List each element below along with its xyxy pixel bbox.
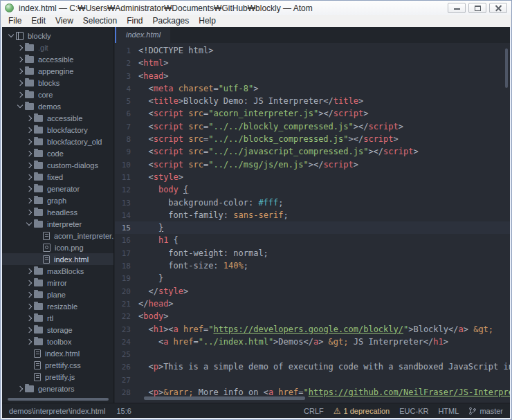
chevron-right-icon[interactable] (26, 150, 33, 157)
status-line-ending[interactable]: CRLF (304, 407, 324, 415)
code-line-6[interactable]: 6 <script src="acorn_interpreter.js"></s… (115, 107, 510, 120)
chevron-right-icon[interactable] (26, 115, 33, 122)
chevron-right-icon[interactable] (17, 80, 24, 86)
status-cursor-position[interactable]: 15:6 (116, 407, 131, 415)
menu-edit[interactable]: Edit (26, 15, 51, 27)
code-line-24[interactable]: 24 <a href="../index.html">Demos</a> &gt… (115, 336, 510, 348)
code-line-7[interactable]: 7 <script src="../../blockly_compressed.… (115, 120, 510, 133)
code-line-23[interactable]: 23 <h1><a href="https://developers.googl… (115, 323, 510, 336)
chevron-right-icon[interactable] (26, 162, 33, 169)
code-line-20[interactable]: 20 </style> (115, 285, 510, 298)
tree-item-prettify.css[interactable]: prettify.css (2, 359, 113, 371)
close-button[interactable] (489, 3, 507, 13)
status-file-path[interactable]: demos\interpreter\index.html (9, 407, 105, 415)
tree-horizontal-scrollbar[interactable] (8, 398, 109, 401)
menu-help[interactable]: Help (194, 15, 221, 27)
tree-item-generators[interactable]: generators (2, 383, 113, 394)
chevron-right-icon[interactable] (26, 127, 33, 134)
code-line-25[interactable]: 25 (115, 348, 510, 360)
deprecation-indicator[interactable]: ⚠ 1 deprecation (333, 406, 390, 416)
tree-item-resizable[interactable]: resizable (2, 300, 113, 312)
tree-item-custom-dialogs[interactable]: custom-dialogs (2, 159, 113, 171)
tree-item-headless[interactable]: headless (2, 206, 113, 218)
chevron-right-icon[interactable] (17, 385, 24, 392)
tree-item-fixed[interactable]: fixed (2, 171, 113, 183)
code-line-1[interactable]: 1<!DOCTYPE html> (115, 44, 510, 57)
code-line-11[interactable]: 11 <style> (115, 171, 510, 183)
tree-item-accessible[interactable]: accessible (2, 112, 113, 124)
tree-item-storage[interactable]: storage (2, 324, 113, 336)
chevron-right-icon[interactable] (26, 280, 33, 286)
chevron-right-icon[interactable] (17, 91, 24, 98)
code-line-15[interactable]: 15 } (115, 221, 510, 234)
status-encoding[interactable]: EUC-KR (399, 407, 428, 415)
code-line-9[interactable]: 9 <script src="../../javascript_compress… (115, 145, 510, 158)
menu-selection[interactable]: Selection (78, 15, 122, 27)
tree-item-index.html[interactable]: index.html (2, 347, 113, 359)
tree-item-acorn_interpreter.js[interactable]: acorn_interpreter.js (2, 230, 113, 241)
code-line-22[interactable]: 22<body> (115, 310, 510, 322)
tree-item-blockfactory_old[interactable]: blockfactory_old (2, 136, 113, 147)
minimize-button[interactable] (448, 3, 466, 13)
tree-item-graph[interactable]: graph (2, 194, 113, 206)
chevron-right-icon[interactable] (17, 44, 24, 51)
tree-item-mirror[interactable]: mirror (2, 277, 113, 289)
chevron-right-icon[interactable] (26, 209, 33, 216)
menu-find[interactable]: Find (122, 15, 147, 27)
code-line-17[interactable]: 17 font-weight: normal; (115, 247, 510, 259)
code-line-19[interactable]: 19 } (115, 272, 510, 284)
tree-item-toolbox[interactable]: toolbox (2, 336, 113, 347)
tree-item-accessible[interactable]: accessible (2, 53, 113, 65)
chevron-right-icon[interactable] (26, 291, 33, 298)
git-branch-indicator[interactable]: master (468, 407, 503, 415)
code-line-4[interactable]: 4 <meta charset="utf-8"> (115, 82, 510, 95)
chevron-right-icon[interactable] (26, 185, 33, 192)
chevron-right-icon[interactable] (26, 138, 33, 145)
chevron-right-icon[interactable] (26, 303, 33, 310)
menu-file[interactable]: File (3, 15, 26, 27)
menu-packages[interactable]: Packages (148, 15, 194, 27)
chevron-right-icon[interactable] (17, 56, 24, 63)
code-line-8[interactable]: 8 <script src="../../blocks_compressed.j… (115, 133, 510, 145)
tree-item-rtl[interactable]: rtl (2, 312, 113, 324)
tree-item-demos[interactable]: demos (2, 100, 113, 112)
menu-view[interactable]: View (51, 15, 78, 27)
tree-item-appengine[interactable]: appengine (2, 65, 113, 77)
chevron-down-icon[interactable] (26, 221, 33, 228)
code-line-13[interactable]: 13 background-color: #fff; (115, 197, 510, 209)
tree-item-code[interactable]: code (2, 147, 113, 159)
tree-item-blockfactory[interactable]: blockfactory (2, 124, 113, 136)
chevron-down-icon[interactable] (8, 33, 15, 39)
code-line-16[interactable]: 16 h1 { (115, 234, 510, 246)
chevron-right-icon[interactable] (17, 68, 24, 75)
status-grammar[interactable]: HTML (438, 407, 459, 415)
code-line-14[interactable]: 14 font-family: sans-serif; (115, 209, 510, 221)
code-line-2[interactable]: 2<html> (115, 57, 510, 69)
maximize-button[interactable] (468, 3, 486, 13)
code-line-3[interactable]: 3<head> (115, 70, 510, 82)
code-line-10[interactable]: 10 <script src="../../msg/js/en.js"></sc… (115, 158, 510, 171)
tree-item-icon.png[interactable]: icon.png (2, 241, 113, 253)
code-line-5[interactable]: 5 <title>Blockly Demo: JS Interpreter</t… (115, 95, 510, 107)
editor-vertical-scrollbar[interactable] (505, 48, 508, 88)
chevron-right-icon[interactable] (26, 174, 33, 181)
tab-index-html[interactable]: index.html (116, 27, 170, 43)
chevron-right-icon[interactable] (26, 315, 33, 322)
chevron-right-icon[interactable] (26, 197, 33, 204)
code-line-18[interactable]: 18 font-size: 140%; (115, 259, 510, 272)
tree-item-blockly[interactable]: blockly (2, 30, 113, 42)
tree-item-blocks[interactable]: blocks (2, 77, 113, 89)
tree-item-index.html[interactable]: index.html (2, 253, 113, 265)
chevron-right-icon[interactable] (26, 327, 33, 334)
code-line-21[interactable]: 21</head> (115, 298, 510, 310)
chevron-right-icon[interactable] (26, 338, 33, 345)
code-line-26[interactable]: 26 <p>This is a simple demo of executing… (115, 360, 510, 373)
code-editor[interactable]: 1<!DOCTYPE html>2<html>3<head>4 <meta ch… (115, 43, 510, 403)
tree-item-.git[interactable]: .git (2, 42, 113, 53)
editor-horizontal-scrollbar[interactable] (144, 396, 305, 400)
chevron-right-icon[interactable] (26, 268, 33, 275)
chevron-down-icon[interactable] (17, 103, 24, 110)
code-line-12[interactable]: 12 body { (115, 183, 510, 196)
tree-item-generator[interactable]: generator (2, 183, 113, 194)
code-line-27[interactable]: 27 (115, 374, 510, 386)
